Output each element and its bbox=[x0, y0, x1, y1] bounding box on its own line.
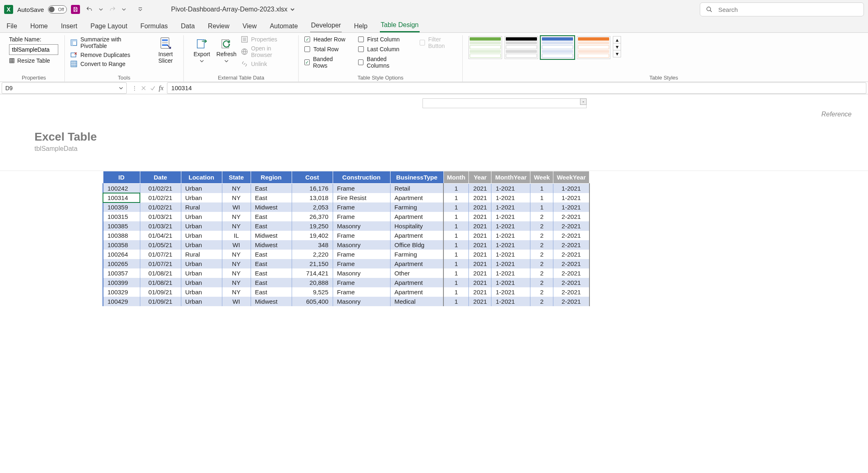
convert-range-button[interactable]: Convert to Range bbox=[71, 61, 148, 67]
worksheet[interactable]: - Reference Excel Table tblSampleData ID… bbox=[0, 98, 868, 306]
remove-duplicates-button[interactable]: Remove Duplicates bbox=[71, 52, 148, 58]
table-name-label: Table Name: bbox=[9, 36, 59, 43]
table-row[interactable]: 10031401/02/21UrbanNYEast13,018Fire Resi… bbox=[103, 193, 589, 202]
chk-first-col[interactable]: First Column bbox=[358, 36, 407, 43]
floating-pane[interactable]: - bbox=[423, 98, 587, 108]
tab-page-layout[interactable]: Page Layout bbox=[89, 21, 128, 32]
chk-total-row[interactable]: Total Row bbox=[304, 46, 346, 52]
table-row[interactable]: 10042901/09/21UrbanWIMidwest605,400Mason… bbox=[103, 297, 589, 306]
svg-point-0 bbox=[707, 7, 710, 11]
table-row[interactable]: 10031501/03/21UrbanNYEast26,370FrameApar… bbox=[103, 212, 589, 221]
cancel-icon[interactable] bbox=[141, 85, 146, 91]
tab-review[interactable]: Review bbox=[207, 21, 230, 32]
open-browser: Open in Browser bbox=[241, 45, 292, 58]
tab-file[interactable]: File bbox=[6, 21, 18, 32]
save-button[interactable] bbox=[71, 5, 80, 14]
tab-data[interactable]: Data bbox=[180, 21, 196, 32]
svg-rect-6 bbox=[71, 61, 77, 67]
formula-bar: D9 ⋮ fx 100314 bbox=[0, 82, 868, 94]
redo-dropdown[interactable] bbox=[122, 6, 126, 13]
table-row[interactable]: 10032901/09/21UrbanNYEast9,525FrameApart… bbox=[103, 287, 589, 297]
svg-rect-9 bbox=[162, 42, 168, 43]
autosave-label: AutoSave bbox=[17, 6, 44, 13]
table-row[interactable]: 10026501/07/21UrbanNYEast21,150FrameApar… bbox=[103, 259, 589, 268]
svg-rect-10 bbox=[162, 44, 168, 46]
style-black[interactable] bbox=[505, 36, 538, 59]
chk-banded-cols[interactable]: Banded Columns bbox=[358, 56, 407, 69]
chk-banded-rows[interactable]: Banded Rows bbox=[304, 56, 346, 69]
search-input[interactable] bbox=[717, 6, 858, 14]
page-subtitle: tblSampleData bbox=[34, 145, 868, 152]
name-box[interactable]: D9 bbox=[2, 82, 127, 94]
resize-table-button[interactable]: Resize Table bbox=[9, 57, 59, 64]
chevron-down-icon bbox=[224, 59, 228, 63]
table-row[interactable]: 10035801/05/21UrbanWIMidwest348MasonryOf… bbox=[103, 240, 589, 250]
chk-header-row[interactable]: Header Row bbox=[304, 36, 346, 43]
group-properties: Table Name: Resize Table Properties bbox=[3, 35, 65, 82]
group-table-styles: ▴ ▾ ▾ Table Styles bbox=[463, 35, 865, 82]
style-blue-selected[interactable] bbox=[541, 36, 574, 59]
tab-automate[interactable]: Automate bbox=[269, 21, 299, 32]
table-row[interactable]: 10026401/07/21RuralNYEast2,220FrameFarmi… bbox=[103, 250, 589, 259]
fx-icon[interactable]: fx bbox=[159, 84, 164, 92]
svg-rect-1 bbox=[10, 59, 14, 63]
minimize-icon[interactable]: - bbox=[580, 98, 587, 105]
enter-icon[interactable] bbox=[150, 85, 155, 91]
table-row[interactable]: 10038501/03/21UrbanNYEast19,250MasonryHo… bbox=[103, 221, 589, 231]
filename[interactable]: Pivot-Dashboard-Array-Demo-2023.xlsx bbox=[171, 6, 295, 13]
svg-rect-8 bbox=[162, 39, 168, 41]
group-external: Export Refresh Properties Open in Browse… bbox=[184, 35, 299, 82]
ribbon: Table Name: Resize Table Properties Summ… bbox=[0, 33, 868, 82]
title-bar: X AutoSave Off Pivot-Dashboard-Array-Dem… bbox=[0, 0, 868, 19]
svg-rect-4 bbox=[71, 40, 77, 41]
ribbon-tabs: File Home Insert Page Layout Formulas Da… bbox=[0, 19, 868, 33]
chevron-down-icon[interactable] bbox=[119, 85, 123, 91]
table-row[interactable]: 10035901/02/21RuralWIMidwest2,053FrameFa… bbox=[103, 202, 589, 212]
search-box[interactable] bbox=[700, 2, 864, 16]
table-header-row: ID Date Location State Region Cost Const… bbox=[103, 171, 589, 184]
table-row[interactable]: 10024201/02/21UrbanNYEast16,176FrameReta… bbox=[103, 184, 589, 193]
svg-rect-5 bbox=[71, 53, 76, 57]
style-orange[interactable] bbox=[577, 36, 610, 59]
table-row[interactable]: 10035701/08/21UrbanNYEast714,421MasonryO… bbox=[103, 268, 589, 278]
tab-formulas[interactable]: Formulas bbox=[139, 21, 169, 32]
tab-developer[interactable]: Developer bbox=[310, 20, 342, 32]
undo-dropdown[interactable] bbox=[99, 6, 103, 13]
style-green[interactable] bbox=[468, 36, 502, 59]
tab-home[interactable]: Home bbox=[30, 21, 49, 32]
styles-up[interactable]: ▴ bbox=[613, 36, 621, 43]
qat-customize[interactable] bbox=[138, 6, 142, 13]
tab-table-design[interactable]: Table Design bbox=[380, 20, 420, 32]
redo-button[interactable] bbox=[107, 5, 118, 14]
more-icon[interactable]: ⋮ bbox=[132, 85, 137, 91]
table-row[interactable]: 10038801/04/21UrbanILMidwest19,402FrameA… bbox=[103, 231, 589, 240]
group-tools: Summarize with PivotTable Remove Duplica… bbox=[65, 35, 184, 82]
tab-insert[interactable]: Insert bbox=[60, 21, 78, 32]
unlink: Unlink bbox=[241, 61, 292, 67]
chevron-down-icon bbox=[290, 7, 295, 12]
table-name-input[interactable] bbox=[9, 44, 58, 55]
excel-logo-icon: X bbox=[4, 5, 13, 14]
table-row[interactable]: 10039901/08/21UrbanNYEast20,888FrameApar… bbox=[103, 278, 589, 287]
chevron-down-icon bbox=[200, 59, 204, 63]
group-style-options: Header Row Total Row Banded Rows First C… bbox=[299, 35, 463, 82]
reference-label: Reference bbox=[0, 108, 868, 118]
undo-button[interactable] bbox=[84, 5, 95, 14]
search-icon bbox=[706, 6, 713, 13]
page-title: Excel Table bbox=[34, 130, 868, 143]
autosave-toggle[interactable]: Off bbox=[48, 5, 67, 14]
tab-help[interactable]: Help bbox=[353, 21, 368, 32]
ext-properties: Properties bbox=[241, 36, 292, 43]
formula-input[interactable]: 100314 bbox=[167, 82, 866, 94]
data-table[interactable]: ID Date Location State Region Cost Const… bbox=[103, 171, 590, 306]
styles-more[interactable]: ▾ bbox=[613, 50, 621, 57]
styles-down[interactable]: ▾ bbox=[613, 43, 621, 50]
chk-last-col[interactable]: Last Column bbox=[358, 46, 407, 52]
summarize-pivot-button[interactable]: Summarize with PivotTable bbox=[71, 36, 148, 49]
chk-filter-button: Filter Button bbox=[420, 36, 457, 49]
tab-view[interactable]: View bbox=[242, 21, 257, 32]
